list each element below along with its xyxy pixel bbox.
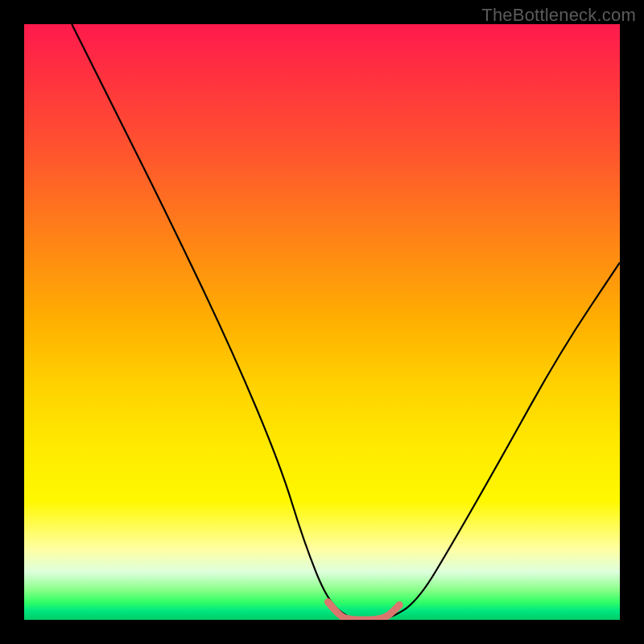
watermark-text: TheBottleneck.com	[481, 5, 636, 26]
chart-container: TheBottleneck.com	[0, 0, 644, 644]
bottleneck-curve	[72, 24, 620, 620]
plot-area	[24, 24, 620, 620]
chart-svg	[24, 24, 620, 620]
highlight-band	[328, 602, 399, 620]
